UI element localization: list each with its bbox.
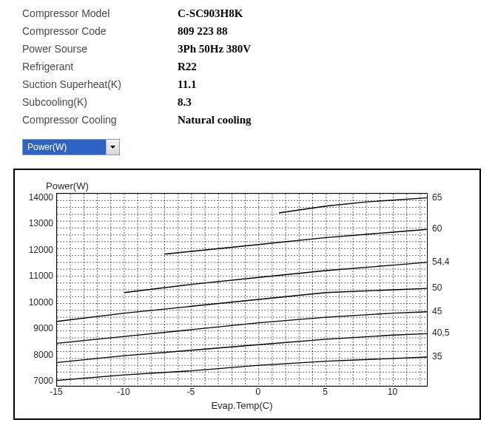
series-label: 50 xyxy=(432,283,442,292)
y-tick: 12000 xyxy=(25,245,53,254)
spec-label: Suction Superheat(K) xyxy=(22,78,178,90)
dropdown-selected-text: Power(W) xyxy=(23,140,106,155)
spec-label: Subcooling(K) xyxy=(22,96,178,108)
spec-row: Compressor Cooling Natural cooling xyxy=(22,114,495,132)
series-label: 40,5 xyxy=(432,328,449,337)
spec-label: Compressor Cooling xyxy=(22,114,178,126)
spec-row: Compressor Code 809 223 88 xyxy=(22,25,495,43)
x-tick: 0 xyxy=(255,387,260,397)
series-label: 45 xyxy=(432,307,442,316)
series-label: 65 xyxy=(432,193,442,202)
spec-row: Suction Superheat(K) 11.1 xyxy=(22,78,495,96)
chart-title: Power(W) xyxy=(46,180,469,191)
spec-value: 809 223 88 xyxy=(178,25,228,38)
spec-row: Subcooling(K) 8.3 xyxy=(22,96,495,114)
series-labels: 656054,4504540,535 xyxy=(428,193,454,385)
x-tick: 10 xyxy=(388,387,397,397)
chevron-down-icon xyxy=(106,140,119,155)
y-tick: 13000 xyxy=(25,219,53,228)
spec-label: Power Sourse xyxy=(22,43,178,55)
y-tick: 14000 xyxy=(25,193,53,202)
x-tick: -15 xyxy=(50,387,62,397)
spec-value: C-SC903H8K xyxy=(178,7,243,20)
spec-label: Compressor Model xyxy=(22,7,178,19)
chart-frame: Power(W) 1400013000120001100010000900080… xyxy=(13,169,481,420)
spec-value: 3Ph 50Hz 380V xyxy=(178,43,251,55)
series-label: 35 xyxy=(432,352,442,361)
y-tick: 7000 xyxy=(25,376,53,385)
series-label: 60 xyxy=(432,224,442,233)
chart-metric-dropdown[interactable]: Power(W) xyxy=(22,139,120,155)
x-axis-ticks: -15-10-50510 xyxy=(56,387,426,398)
x-tick: 5 xyxy=(323,387,328,397)
y-axis-ticks: 1400013000120001100010000900080007000 xyxy=(25,193,56,385)
spec-table: Compressor Model C-SC903H8K Compressor C… xyxy=(22,7,495,132)
y-tick: 8000 xyxy=(25,350,53,359)
spec-value: 11.1 xyxy=(178,78,196,91)
spec-row: Compressor Model C-SC903H8K xyxy=(22,7,495,25)
y-tick: 11000 xyxy=(25,271,53,280)
spec-label: Compressor Code xyxy=(22,25,178,37)
x-axis-label: Evap.Temp(C) xyxy=(56,400,428,411)
y-tick: 10000 xyxy=(25,298,53,307)
series-label: 54,4 xyxy=(432,257,449,266)
x-tick: -5 xyxy=(186,387,195,397)
x-tick: -10 xyxy=(117,387,129,397)
spec-row: Power Sourse 3Ph 50Hz 380V xyxy=(22,43,495,61)
spec-value: Natural cooling xyxy=(178,114,252,126)
svg-marker-0 xyxy=(110,146,115,149)
spec-row: Refrigerant R22 xyxy=(22,61,495,78)
spec-value: 8.3 xyxy=(178,96,192,109)
spec-label: Refrigerant xyxy=(22,61,178,72)
y-tick: 9000 xyxy=(25,324,53,333)
spec-value: R22 xyxy=(178,61,197,73)
chart-plot-area xyxy=(56,193,428,387)
